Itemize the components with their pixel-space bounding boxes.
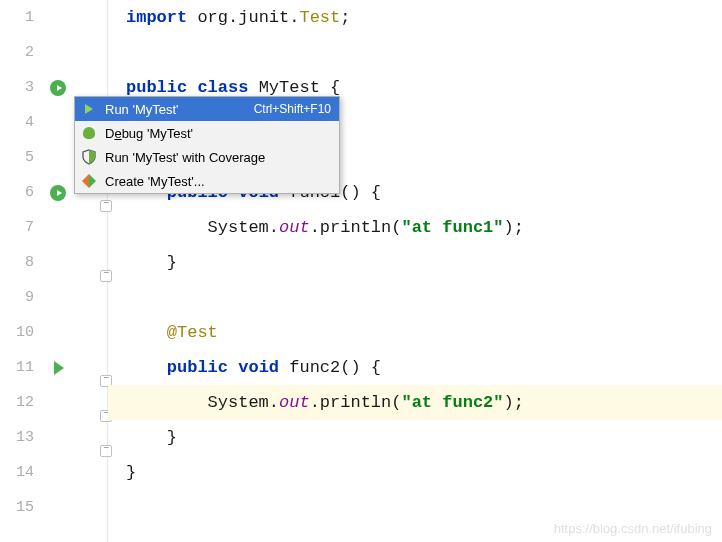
line-number: 7 [0,210,34,245]
menu-label: Create 'MyTest'... [105,174,331,189]
line-number: 3 [0,70,34,105]
line-number: 9 [0,280,34,315]
bug-icon [81,125,97,141]
line-number: 2 [0,35,34,70]
code-editor: 1 2 3 4 5 6 7 8 9 10 11 12 13 14 15 [0,0,722,542]
line-number: 12 [0,385,34,420]
line-numbers: 1 2 3 4 5 6 7 8 9 10 11 12 13 14 15 [0,0,42,525]
menu-label: Debug 'MyTest' [105,126,331,141]
code-line: } [126,245,722,280]
menu-item-run[interactable]: Run 'MyTest' Ctrl+Shift+F10 [75,97,339,121]
run-icon [81,101,97,117]
run-class-gutter-icon[interactable] [50,80,66,96]
line-number: 15 [0,490,34,525]
line-number: 14 [0,455,34,490]
coverage-icon [81,149,97,165]
menu-label: Run 'MyTest' with Coverage [105,150,331,165]
code-line: } [126,420,722,455]
gutter: 1 2 3 4 5 6 7 8 9 10 11 12 13 14 15 [0,0,108,542]
line-number: 6 [0,175,34,210]
line-number: 5 [0,140,34,175]
code-line: } [126,455,722,490]
menu-shortcut: Ctrl+Shift+F10 [254,102,331,116]
code-line: System.out.println("at func1"); [126,210,722,245]
code-area[interactable]: import org.junit.Test; public class MyTe… [108,0,722,542]
menu-label: Run 'MyTest' [105,102,246,117]
line-number: 10 [0,315,34,350]
line-number: 4 [0,105,34,140]
line-number: 8 [0,245,34,280]
watermark: https://blog.csdn.net/ifubing [554,521,712,536]
line-number: 13 [0,420,34,455]
create-config-icon [81,173,97,189]
code-line [126,35,722,70]
run-test-gutter-icon[interactable] [50,185,66,201]
run-test-gutter-icon[interactable] [54,361,64,375]
code-line-highlighted: System.out.println("at func2"); [108,385,722,420]
line-number: 11 [0,350,34,385]
code-line: public void func2() { [126,350,722,385]
menu-item-debug[interactable]: Debug 'MyTest' [75,121,339,145]
context-menu: Run 'MyTest' Ctrl+Shift+F10 Debug 'MyTes… [74,96,340,194]
menu-item-create[interactable]: Create 'MyTest'... [75,169,339,193]
code-line: @Test [126,315,722,350]
code-line [126,490,722,525]
code-line [126,280,722,315]
gutter-icons [48,0,108,525]
line-number: 1 [0,0,34,35]
code-line: import org.junit.Test; [126,0,722,35]
menu-item-coverage[interactable]: Run 'MyTest' with Coverage [75,145,339,169]
